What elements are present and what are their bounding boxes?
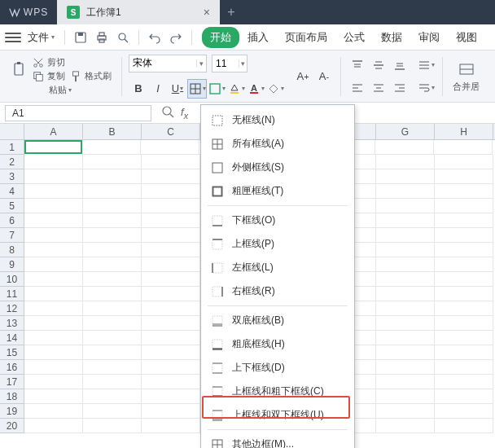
undo-icon[interactable] (146, 29, 164, 46)
select-all-corner[interactable] (0, 124, 24, 139)
cell[interactable] (83, 272, 142, 287)
cell[interactable] (24, 155, 83, 169)
orientation-button[interactable]: ▾ (416, 55, 436, 75)
cell[interactable] (435, 199, 493, 213)
name-box[interactable]: A1 (5, 105, 151, 121)
fill-color-button[interactable]: ▾ (226, 79, 246, 99)
cell[interactable] (376, 287, 435, 301)
fx-icon[interactable]: fx (181, 106, 188, 121)
cell[interactable] (435, 257, 493, 272)
cell[interactable] (83, 345, 142, 360)
cell[interactable] (142, 169, 200, 184)
row-header[interactable]: 10 (0, 272, 24, 287)
col-header[interactable]: G (376, 124, 435, 139)
cell[interactable] (376, 389, 435, 404)
row-header[interactable]: 8 (0, 243, 24, 257)
chevron-down-icon[interactable]: ▾ (239, 59, 247, 68)
col-header[interactable]: B (83, 124, 142, 139)
underline-button[interactable]: U▾ (168, 79, 187, 99)
cell[interactable] (83, 257, 142, 272)
row-header[interactable]: 6 (0, 213, 24, 228)
cell[interactable] (435, 228, 493, 243)
cell[interactable] (142, 331, 200, 345)
tab-review[interactable]: 审阅 (410, 27, 448, 48)
decrease-font-button[interactable]: A- (314, 67, 334, 86)
cell[interactable] (376, 272, 435, 287)
cell[interactable] (142, 257, 200, 272)
align-top-button[interactable] (348, 55, 367, 75)
row-header[interactable]: 3 (0, 169, 24, 184)
border-button[interactable]: ▾ (187, 79, 207, 99)
cell[interactable] (24, 243, 83, 257)
row-header[interactable]: 15 (0, 345, 24, 360)
cell[interactable] (435, 301, 493, 316)
col-header[interactable]: A (24, 124, 83, 139)
cell[interactable] (24, 316, 83, 331)
cell[interactable] (83, 301, 142, 316)
border-menu-item[interactable]: 上框线和粗下框线(C) (201, 380, 354, 403)
print-icon[interactable] (93, 29, 111, 46)
row-header[interactable]: 9 (0, 257, 24, 272)
cell[interactable] (376, 184, 435, 199)
row-header[interactable]: 13 (0, 316, 24, 331)
row-header[interactable]: 2 (0, 155, 24, 169)
cell[interactable] (83, 169, 142, 184)
cell[interactable] (376, 419, 435, 433)
align-middle-button[interactable] (369, 55, 388, 75)
format-painter-button[interactable]: 格式刷 (70, 70, 112, 82)
increase-font-button[interactable]: A+ (293, 67, 313, 86)
cell[interactable] (142, 301, 200, 316)
cell[interactable] (376, 316, 435, 331)
cell[interactable] (24, 184, 83, 199)
document-tab[interactable]: S 工作簿1 × (57, 0, 220, 24)
border-menu-item[interactable]: 下框线(O) (201, 209, 354, 232)
cell[interactable] (142, 316, 200, 331)
cell[interactable] (142, 375, 200, 389)
cell[interactable] (24, 331, 83, 345)
row-header[interactable]: 12 (0, 301, 24, 316)
cell[interactable] (83, 419, 142, 433)
cell[interactable] (376, 155, 435, 169)
cell[interactable] (83, 287, 142, 301)
border-menu-item[interactable]: 上下框线(D) (201, 356, 354, 380)
cell[interactable] (141, 140, 199, 155)
font-name-combo[interactable]: ▾ (129, 55, 207, 72)
cell[interactable] (24, 345, 83, 360)
cell[interactable] (376, 257, 435, 272)
row-header[interactable]: 18 (0, 389, 24, 404)
align-center-button[interactable] (369, 78, 388, 98)
tab-data[interactable]: 数据 (373, 27, 410, 48)
cell[interactable] (82, 140, 141, 155)
tab-formula[interactable]: 公式 (335, 27, 373, 48)
col-header[interactable]: C (142, 124, 200, 139)
row-header[interactable]: 11 (0, 287, 24, 301)
cell[interactable] (376, 301, 435, 316)
cell[interactable] (83, 213, 142, 228)
cell[interactable] (435, 155, 493, 169)
align-right-button[interactable] (390, 78, 410, 98)
cell[interactable] (376, 169, 435, 184)
cell[interactable] (435, 360, 493, 375)
cell[interactable] (434, 140, 493, 155)
cell[interactable] (24, 140, 82, 154)
cell[interactable] (375, 140, 434, 155)
row-header[interactable]: 14 (0, 331, 24, 345)
file-menu[interactable]: 文件 ▾ (24, 30, 58, 45)
cell[interactable] (435, 389, 493, 404)
row-header[interactable]: 7 (0, 228, 24, 243)
bold-button[interactable]: B (129, 79, 148, 99)
cell[interactable] (83, 228, 142, 243)
cell[interactable] (24, 360, 83, 375)
chevron-down-icon[interactable]: ▾ (196, 59, 206, 68)
cell[interactable] (24, 213, 83, 228)
cell[interactable] (83, 199, 142, 213)
cell[interactable] (435, 169, 493, 184)
print-preview-icon[interactable] (114, 29, 132, 46)
cell[interactable] (142, 213, 200, 228)
cell[interactable] (24, 389, 83, 404)
cell[interactable] (24, 169, 83, 184)
cell[interactable] (142, 419, 200, 433)
tab-pagelayout[interactable]: 页面布局 (277, 27, 335, 48)
cell[interactable] (83, 184, 142, 199)
cell[interactable] (142, 360, 200, 375)
